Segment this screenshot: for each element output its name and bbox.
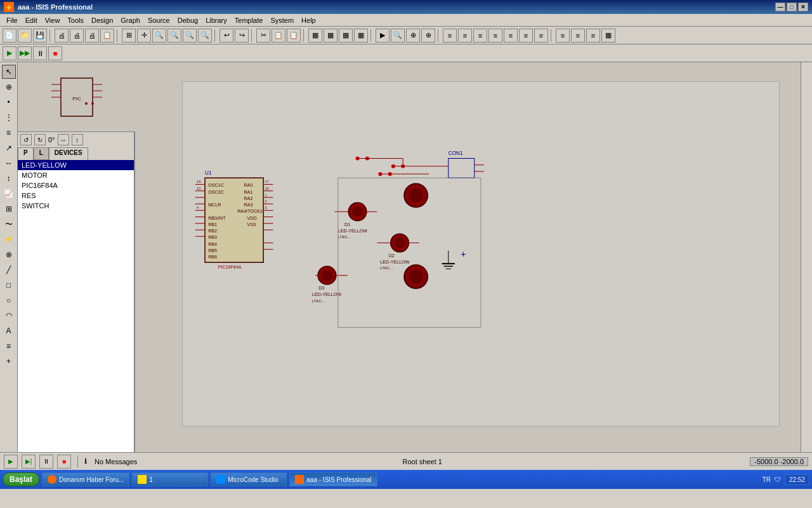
zoom-in-button[interactable]: 🔍 — [152, 29, 166, 43]
print4-button[interactable]: 📋 — [100, 29, 114, 43]
export7-button[interactable]: ≡ — [586, 29, 600, 43]
print-button[interactable]: 🖨 — [55, 29, 69, 43]
export6-button[interactable]: ≡ — [571, 29, 585, 43]
open-button[interactable]: 📁 — [18, 29, 32, 43]
menu-graph[interactable]: Graph — [117, 15, 144, 25]
sim-step-fwd-button[interactable]: ▶| — [22, 455, 36, 469]
taskbar-microcode[interactable]: MicroCode Studio — [211, 472, 287, 486]
origin-button[interactable]: ✛ — [137, 29, 151, 43]
undo-button[interactable]: ↩ — [219, 29, 233, 43]
redo-button[interactable]: ↪ — [235, 29, 249, 43]
block-copy-button[interactable]: ▦ — [308, 29, 322, 43]
netlist-button[interactable]: ≡ — [443, 29, 457, 43]
bom-button[interactable]: ≡ — [458, 29, 472, 43]
export4-button[interactable]: ≡ — [534, 29, 548, 43]
menu-source[interactable]: Source — [144, 15, 174, 25]
start-button[interactable]: Başlat — [3, 472, 39, 486]
export-button[interactable]: ≡ — [488, 29, 502, 43]
current-probe-button[interactable]: ⊗ — [2, 248, 16, 262]
bus-tool-button[interactable]: ≡ — [2, 126, 16, 140]
close-button[interactable]: ✕ — [798, 3, 808, 11]
menu-system[interactable]: System — [266, 15, 298, 25]
export5-button[interactable]: ≡ — [556, 29, 570, 43]
mirror-x-button[interactable]: ↔ — [58, 134, 69, 145]
sim-pause-status-button[interactable]: ⏸ — [39, 455, 53, 469]
svg-text:PIC: PIC — [72, 96, 81, 102]
menu-file[interactable]: File — [3, 15, 22, 25]
sim-stop-button[interactable]: ■ — [48, 46, 62, 60]
device-pic16f84a[interactable]: PIC16F84A — [18, 180, 134, 190]
mirror-y-button[interactable]: ↕ — [72, 134, 83, 145]
zoom-schematic-button[interactable]: 🔍 — [391, 29, 405, 43]
statusbar: ▶ ▶| ⏸ ■ ℹ No Messages Root sheet 1 -500… — [0, 452, 812, 470]
component-tool-button[interactable]: ⊕ — [2, 80, 16, 94]
junction-tool-button[interactable]: • — [2, 95, 16, 109]
copy-button[interactable]: 📋 — [272, 29, 285, 43]
export2-button[interactable]: ≡ — [504, 29, 518, 43]
maximize-button[interactable]: □ — [787, 3, 797, 11]
device-motor[interactable]: MOTOR — [18, 170, 134, 180]
tab-p[interactable]: P — [18, 147, 34, 160]
sim-play-button[interactable]: ▶ — [3, 46, 16, 60]
zoom-out-button[interactable]: 🔍 — [167, 29, 181, 43]
device-led-yellow[interactable]: LED-YELLOW — [18, 160, 134, 170]
grid-button[interactable]: ⊞ — [122, 29, 136, 43]
menu-library[interactable]: Library — [202, 15, 231, 25]
select-tool-button[interactable]: ↖ — [2, 65, 16, 79]
block-delete-button[interactable]: ▦ — [354, 29, 368, 43]
text-button[interactable]: A — [2, 324, 16, 338]
new-button[interactable]: 📄 — [3, 29, 16, 43]
taskbar-folder[interactable]: 1 — [132, 472, 208, 486]
block-rotate-button[interactable]: ▦ — [339, 29, 353, 43]
sim-step-button[interactable]: ▶▶ — [18, 46, 32, 60]
arc-button[interactable]: ◠ — [2, 309, 16, 323]
export8-button[interactable]: ▦ — [601, 29, 615, 43]
symbol-button[interactable]: ≡ — [2, 339, 16, 353]
paste-button[interactable]: 📋 — [287, 29, 301, 43]
line-button[interactable]: ╱ — [2, 263, 16, 277]
menu-edit[interactable]: Edit — [22, 15, 41, 25]
tool2-button[interactable]: ⊕ — [421, 29, 435, 43]
voltage-probe-button[interactable]: ⚡ — [2, 232, 16, 246]
sim-run-button[interactable]: ▶ — [4, 455, 18, 469]
circle-button[interactable]: ○ — [2, 293, 16, 307]
pin-button[interactable]: ↕ — [2, 171, 16, 185]
design-button[interactable]: ≡ — [473, 29, 487, 43]
sim-stop-status-button[interactable]: ■ — [57, 455, 71, 469]
device-res[interactable]: RES — [18, 190, 134, 201]
rotate-cw-button[interactable]: ↻ — [34, 134, 46, 145]
zoom-all-button[interactable]: 🔍 — [198, 29, 212, 43]
tool1-button[interactable]: ⊕ — [406, 29, 420, 43]
schematic-canvas-area[interactable]: OSC1C OSC2C MCLR RB0/INT RB1 RB2 RB3 RB4… — [135, 62, 801, 452]
sim-pause-button[interactable]: ⏸ — [33, 46, 47, 60]
tape-button[interactable]: ⊞ — [2, 202, 16, 216]
menu-tools[interactable]: Tools — [63, 15, 88, 25]
taskbar-isis[interactable]: aaa - ISIS Professional — [289, 472, 377, 486]
cut-button[interactable]: ✂ — [256, 29, 270, 43]
box-button[interactable]: □ — [2, 278, 16, 292]
minimize-button[interactable]: — — [775, 3, 785, 11]
export3-button[interactable]: ≡ — [519, 29, 533, 43]
tab-l[interactable]: L — [34, 147, 49, 160]
menu-debug[interactable]: Debug — [174, 15, 202, 25]
graph-button[interactable]: 📈 — [2, 187, 16, 201]
menu-design[interactable]: Design — [88, 15, 117, 25]
save-button[interactable]: 💾 — [33, 29, 47, 43]
block-move-button[interactable]: ▦ — [324, 29, 337, 43]
print3-button[interactable]: 🖨 — [85, 29, 99, 43]
origin-set-button[interactable]: + — [2, 354, 16, 368]
rotate-ccw-button[interactable]: ↺ — [20, 134, 32, 145]
zoom-fit-button[interactable]: 🔍 — [183, 29, 197, 43]
generator-button[interactable]: 〜 — [2, 217, 16, 231]
play-button[interactable]: ▶ — [376, 29, 390, 43]
menu-template[interactable]: Template — [231, 15, 267, 25]
menu-help[interactable]: Help — [298, 15, 320, 25]
taskbar-firefox[interactable]: Donanım Haber Foru... — [42, 472, 129, 486]
menu-view[interactable]: View — [41, 15, 64, 25]
wire-tool-button[interactable]: ⋮ — [2, 110, 16, 124]
subcircuit-button[interactable]: ↗ — [2, 141, 16, 155]
device-switch[interactable]: SWITCH — [18, 201, 134, 211]
print2-button[interactable]: 🖨 — [70, 29, 84, 43]
terminal-button[interactable]: ↔ — [2, 156, 16, 170]
tab-devices[interactable]: DEVICES — [49, 147, 88, 160]
